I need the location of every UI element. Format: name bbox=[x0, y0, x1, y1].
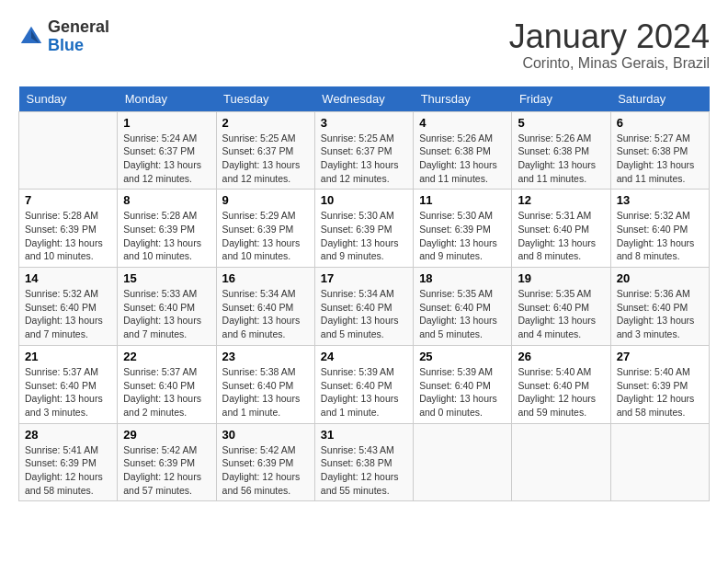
day-number: 19 bbox=[518, 271, 604, 285]
day-info: Sunrise: 5:29 AMSunset: 6:39 PMDaylight:… bbox=[222, 209, 309, 263]
day-info: Sunrise: 5:36 AMSunset: 6:40 PMDaylight:… bbox=[617, 287, 703, 341]
calendar-cell: 11Sunrise: 5:30 AMSunset: 6:39 PMDayligh… bbox=[414, 190, 512, 268]
day-info: Sunrise: 5:25 AMSunset: 6:37 PMDaylight:… bbox=[321, 132, 407, 186]
day-number: 14 bbox=[25, 271, 111, 285]
calendar-cell: 6Sunrise: 5:27 AMSunset: 6:38 PMDaylight… bbox=[610, 111, 709, 190]
day-number: 26 bbox=[518, 350, 604, 363]
day-info: Sunrise: 5:24 AMSunset: 6:37 PMDaylight:… bbox=[123, 132, 210, 186]
calendar-cell: 21Sunrise: 5:37 AMSunset: 6:40 PMDayligh… bbox=[19, 345, 118, 423]
calendar-cell: 4Sunrise: 5:26 AMSunset: 6:38 PMDaylight… bbox=[414, 111, 512, 190]
day-info: Sunrise: 5:32 AMSunset: 6:40 PMDaylight:… bbox=[25, 287, 111, 341]
logo-general: General bbox=[48, 17, 109, 36]
calendar-cell: 31Sunrise: 5:43 AMSunset: 6:38 PMDayligh… bbox=[314, 423, 413, 501]
calendar-cell: 2Sunrise: 5:25 AMSunset: 6:37 PMDaylight… bbox=[216, 111, 314, 190]
calendar-cell: 19Sunrise: 5:35 AMSunset: 6:40 PMDayligh… bbox=[512, 268, 610, 346]
day-info: Sunrise: 5:28 AMSunset: 6:39 PMDaylight:… bbox=[123, 209, 210, 263]
logo: General Blue bbox=[18, 18, 109, 55]
day-info: Sunrise: 5:32 AMSunset: 6:40 PMDaylight:… bbox=[617, 209, 703, 263]
calendar-cell: 9Sunrise: 5:29 AMSunset: 6:39 PMDaylight… bbox=[216, 190, 314, 268]
location: Corinto, Minas Gerais, Brazil bbox=[509, 55, 710, 72]
calendar-cell: 28Sunrise: 5:41 AMSunset: 6:39 PMDayligh… bbox=[19, 423, 118, 501]
calendar-cell: 5Sunrise: 5:26 AMSunset: 6:38 PMDaylight… bbox=[512, 111, 610, 190]
calendar-cell: 30Sunrise: 5:42 AMSunset: 6:39 PMDayligh… bbox=[216, 423, 314, 501]
weekday-header-thursday: Thursday bbox=[414, 86, 512, 112]
calendar-cell: 12Sunrise: 5:31 AMSunset: 6:40 PMDayligh… bbox=[512, 190, 610, 268]
calendar-cell: 22Sunrise: 5:37 AMSunset: 6:40 PMDayligh… bbox=[118, 345, 216, 423]
day-number: 8 bbox=[123, 193, 210, 207]
calendar-week-row: 21Sunrise: 5:37 AMSunset: 6:40 PMDayligh… bbox=[19, 345, 710, 423]
day-number: 31 bbox=[321, 428, 407, 442]
day-number: 1 bbox=[123, 116, 210, 130]
day-number: 13 bbox=[617, 193, 703, 207]
day-number: 2 bbox=[222, 116, 309, 130]
calendar-cell: 15Sunrise: 5:33 AMSunset: 6:40 PMDayligh… bbox=[118, 268, 216, 346]
calendar-cell: 13Sunrise: 5:32 AMSunset: 6:40 PMDayligh… bbox=[610, 190, 709, 268]
calendar-cell: 25Sunrise: 5:39 AMSunset: 6:40 PMDayligh… bbox=[414, 345, 512, 423]
day-number: 5 bbox=[518, 116, 604, 130]
calendar-week-row: 7Sunrise: 5:28 AMSunset: 6:39 PMDaylight… bbox=[19, 190, 710, 268]
logo-blue: Blue bbox=[48, 36, 84, 54]
day-info: Sunrise: 5:34 AMSunset: 6:40 PMDaylight:… bbox=[321, 287, 407, 341]
month-title: January 2024 bbox=[509, 18, 710, 55]
day-number: 10 bbox=[321, 193, 407, 207]
page-header: General Blue January 2024 Corinto, Minas… bbox=[18, 18, 710, 72]
day-info: Sunrise: 5:37 AMSunset: 6:40 PMDaylight:… bbox=[123, 365, 210, 419]
calendar-cell: 1Sunrise: 5:24 AMSunset: 6:37 PMDaylight… bbox=[118, 111, 216, 190]
calendar-cell: 8Sunrise: 5:28 AMSunset: 6:39 PMDaylight… bbox=[118, 190, 216, 268]
calendar-week-row: 14Sunrise: 5:32 AMSunset: 6:40 PMDayligh… bbox=[19, 268, 710, 346]
day-number: 15 bbox=[123, 271, 210, 285]
weekday-header-saturday: Saturday bbox=[610, 86, 709, 112]
calendar-cell bbox=[610, 423, 709, 501]
calendar-cell: 26Sunrise: 5:40 AMSunset: 6:40 PMDayligh… bbox=[512, 345, 610, 423]
calendar-cell: 14Sunrise: 5:32 AMSunset: 6:40 PMDayligh… bbox=[19, 268, 118, 346]
day-info: Sunrise: 5:40 AMSunset: 6:39 PMDaylight:… bbox=[617, 365, 703, 419]
day-info: Sunrise: 5:30 AMSunset: 6:39 PMDaylight:… bbox=[321, 209, 407, 263]
title-block: January 2024 Corinto, Minas Gerais, Braz… bbox=[509, 18, 710, 72]
day-info: Sunrise: 5:34 AMSunset: 6:40 PMDaylight:… bbox=[222, 287, 309, 341]
day-info: Sunrise: 5:40 AMSunset: 6:40 PMDaylight:… bbox=[518, 365, 604, 419]
day-number: 18 bbox=[419, 271, 506, 285]
day-info: Sunrise: 5:35 AMSunset: 6:40 PMDaylight:… bbox=[419, 287, 506, 341]
day-info: Sunrise: 5:39 AMSunset: 6:40 PMDaylight:… bbox=[419, 365, 506, 419]
calendar-cell: 10Sunrise: 5:30 AMSunset: 6:39 PMDayligh… bbox=[314, 190, 413, 268]
logo-icon bbox=[18, 24, 44, 50]
calendar-cell: 20Sunrise: 5:36 AMSunset: 6:40 PMDayligh… bbox=[610, 268, 709, 346]
day-number: 4 bbox=[419, 116, 506, 130]
day-number: 25 bbox=[419, 350, 506, 363]
calendar-cell: 7Sunrise: 5:28 AMSunset: 6:39 PMDaylight… bbox=[19, 190, 118, 268]
day-number: 23 bbox=[222, 350, 309, 363]
calendar-week-row: 28Sunrise: 5:41 AMSunset: 6:39 PMDayligh… bbox=[19, 423, 710, 501]
weekday-header-tuesday: Tuesday bbox=[216, 86, 314, 112]
day-info: Sunrise: 5:41 AMSunset: 6:39 PMDaylight:… bbox=[25, 443, 111, 498]
day-info: Sunrise: 5:43 AMSunset: 6:38 PMDaylight:… bbox=[321, 443, 407, 498]
day-info: Sunrise: 5:42 AMSunset: 6:39 PMDaylight:… bbox=[123, 443, 210, 498]
day-number: 6 bbox=[617, 116, 703, 130]
calendar-cell: 24Sunrise: 5:39 AMSunset: 6:40 PMDayligh… bbox=[314, 345, 413, 423]
day-info: Sunrise: 5:26 AMSunset: 6:38 PMDaylight:… bbox=[518, 132, 604, 186]
calendar-cell: 3Sunrise: 5:25 AMSunset: 6:37 PMDaylight… bbox=[314, 111, 413, 190]
day-number: 11 bbox=[419, 193, 506, 207]
logo-text: General Blue bbox=[48, 18, 109, 55]
calendar-cell: 29Sunrise: 5:42 AMSunset: 6:39 PMDayligh… bbox=[118, 423, 216, 501]
day-number: 21 bbox=[25, 350, 111, 363]
day-number: 7 bbox=[25, 193, 111, 207]
day-info: Sunrise: 5:26 AMSunset: 6:38 PMDaylight:… bbox=[419, 132, 506, 186]
day-number: 12 bbox=[518, 193, 604, 207]
calendar-cell: 27Sunrise: 5:40 AMSunset: 6:39 PMDayligh… bbox=[610, 345, 709, 423]
calendar-cell: 23Sunrise: 5:38 AMSunset: 6:40 PMDayligh… bbox=[216, 345, 314, 423]
day-number: 9 bbox=[222, 193, 309, 207]
day-info: Sunrise: 5:33 AMSunset: 6:40 PMDaylight:… bbox=[123, 287, 210, 341]
calendar-cell bbox=[512, 423, 610, 501]
day-info: Sunrise: 5:35 AMSunset: 6:40 PMDaylight:… bbox=[518, 287, 604, 341]
day-info: Sunrise: 5:37 AMSunset: 6:40 PMDaylight:… bbox=[25, 365, 111, 419]
day-info: Sunrise: 5:30 AMSunset: 6:39 PMDaylight:… bbox=[419, 209, 506, 263]
day-number: 17 bbox=[321, 271, 407, 285]
calendar-cell: 17Sunrise: 5:34 AMSunset: 6:40 PMDayligh… bbox=[314, 268, 413, 346]
weekday-header-row: SundayMondayTuesdayWednesdayThursdayFrid… bbox=[19, 86, 710, 112]
day-info: Sunrise: 5:27 AMSunset: 6:38 PMDaylight:… bbox=[617, 132, 703, 186]
day-info: Sunrise: 5:31 AMSunset: 6:40 PMDaylight:… bbox=[518, 209, 604, 263]
day-number: 27 bbox=[617, 350, 703, 363]
calendar-cell bbox=[414, 423, 512, 501]
day-number: 16 bbox=[222, 271, 309, 285]
calendar-week-row: 1Sunrise: 5:24 AMSunset: 6:37 PMDaylight… bbox=[19, 111, 710, 190]
